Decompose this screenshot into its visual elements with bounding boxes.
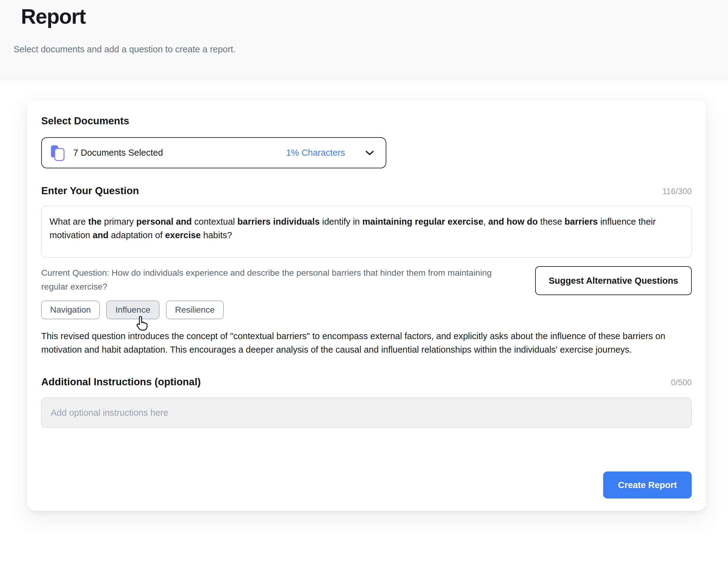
select-documents-heading: Select Documents xyxy=(41,115,692,127)
chip-navigation[interactable]: Navigation xyxy=(41,301,100,319)
chip-resilience[interactable]: Resilience xyxy=(166,301,224,319)
page-subtitle: Select documents and add a question to c… xyxy=(14,44,714,54)
instructions-char-counter: 0/500 xyxy=(671,378,692,388)
current-question-text: Current Question: How do individuals exp… xyxy=(41,266,511,294)
enter-question-heading: Enter Your Question xyxy=(41,185,139,197)
question-char-counter: 116/300 xyxy=(662,187,692,196)
page-header: Report Select documents and add a questi… xyxy=(0,0,728,80)
report-builder-card: Select Documents 7 Documents Selected 1%… xyxy=(27,100,706,511)
question-input[interactable]: What are the primary personal and contex… xyxy=(41,206,692,257)
characters-percentage-link[interactable]: 1% Characters xyxy=(286,148,345,158)
additional-instructions-heading: Additional Instructions (optional) xyxy=(41,376,201,388)
documents-selected-label: 7 Documents Selected xyxy=(73,148,163,158)
chevron-down-icon[interactable] xyxy=(365,150,374,156)
additional-instructions-input[interactable] xyxy=(41,398,692,428)
chips-row: NavigationInfluenceResilience xyxy=(41,301,692,319)
page-title: Report xyxy=(21,4,714,28)
documents-icon xyxy=(50,144,66,161)
suggest-alternative-questions-button[interactable]: Suggest Alternative Questions xyxy=(535,266,692,295)
document-selector-dropdown[interactable]: 7 Documents Selected 1% Characters xyxy=(41,137,386,168)
create-report-button[interactable]: Create Report xyxy=(603,472,692,499)
question-explanation-text: This revised question introduces the con… xyxy=(41,330,692,356)
chip-influence[interactable]: Influence xyxy=(106,301,159,319)
